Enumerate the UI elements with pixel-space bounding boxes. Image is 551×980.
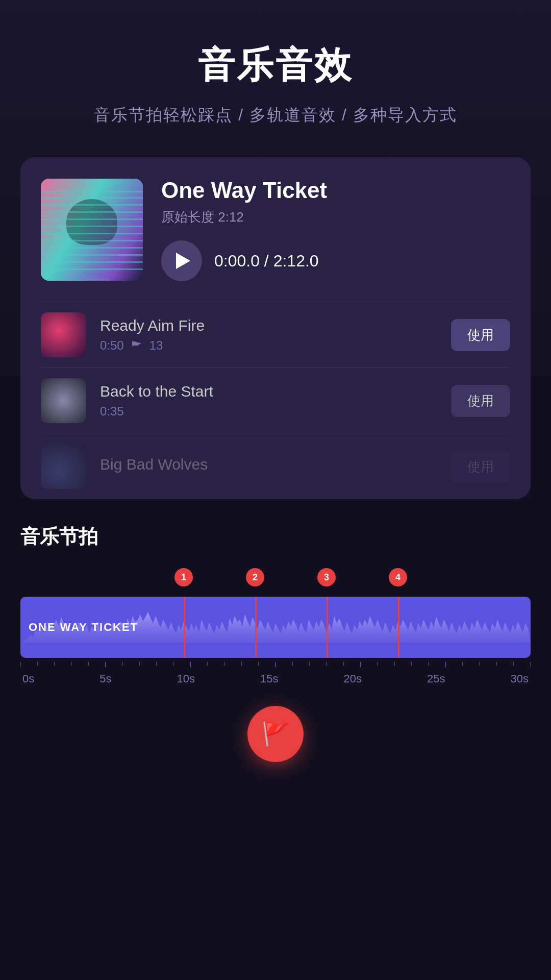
flag-icon-1 xyxy=(132,341,141,350)
waveform-container[interactable]: 1 2 3 4 ONE WAY TICKET xyxy=(20,568,531,685)
timeline-label-15s: 15s xyxy=(260,672,278,685)
beat-markers-row: 1 2 3 4 xyxy=(20,568,531,597)
track-thumbnail-2 xyxy=(41,378,86,423)
beat-section: 音乐节拍 1 2 3 4 xyxy=(20,524,531,782)
track-list: Ready Aim Fire 0:50 13 使用 Back to the St… xyxy=(41,302,510,499)
track-meta-2: Back to the Start 0:35 xyxy=(100,383,437,419)
timeline-ticks-svg xyxy=(20,662,531,670)
use-button-2[interactable]: 使用 xyxy=(451,385,510,417)
face-lines-decoration xyxy=(41,179,143,281)
track-meta-3: Big Bad Wolves xyxy=(100,456,437,477)
timeline: 0s 5s 10s 15s 20s 25s 30s xyxy=(20,662,531,685)
timeline-labels: 0s 5s 10s 15s 20s 25s 30s xyxy=(22,672,529,685)
album-art-image xyxy=(41,179,143,281)
beat-marker-dot-4: 4 xyxy=(389,568,407,586)
timeline-label-20s: 20s xyxy=(343,672,361,685)
main-page: 音乐音效 音乐节拍轻松踩点 / 多轨道音效 / 多种导入方式 xyxy=(0,0,551,980)
timeline-label-30s: 30s xyxy=(510,672,528,685)
use-button-3[interactable]: 使用 xyxy=(451,451,510,483)
beat-marker-1[interactable]: 1 xyxy=(174,568,193,586)
tick-row xyxy=(20,662,531,670)
track-info: One Way Ticket 原始长度 2:12 0:00.0 / 2:12.0 xyxy=(161,178,510,281)
flag-button-icon: 🚩 xyxy=(262,721,290,747)
track-item-2: Back to the Start 0:35 使用 xyxy=(41,368,510,433)
waveform-label: ONE WAY TICKET xyxy=(29,621,138,634)
timeline-label-25s: 25s xyxy=(427,672,445,685)
beat-line-4 xyxy=(398,597,399,658)
beat-marker-dot-3: 3 xyxy=(317,568,336,586)
track-duration-label: 原始长度 2:12 xyxy=(161,208,510,226)
page-title: 音乐音效 xyxy=(198,41,353,90)
track-name-1: Ready Aim Fire xyxy=(100,317,437,334)
beat-marker-dot-1: 1 xyxy=(174,568,193,586)
track-name-3: Big Bad Wolves xyxy=(100,456,437,473)
track-flag-count-1: 13 xyxy=(149,338,163,353)
total-time: 2:12.0 xyxy=(273,252,319,270)
track-meta-1: Ready Aim Fire 0:50 13 xyxy=(100,317,437,353)
track-item-3: Big Bad Wolves 使用 xyxy=(41,433,510,499)
beat-marker-dot-2: 2 xyxy=(246,568,264,586)
track-thumbnail-1 xyxy=(41,312,86,357)
current-time: 0:00.0 xyxy=(214,252,260,270)
album-art xyxy=(41,179,143,281)
play-button[interactable] xyxy=(161,240,202,281)
play-icon xyxy=(176,253,190,269)
beat-line-2 xyxy=(255,597,257,658)
waveform-track[interactable]: ONE WAY TICKET xyxy=(20,597,531,658)
now-playing-section: One Way Ticket 原始长度 2:12 0:00.0 / 2:12.0 xyxy=(41,178,510,281)
beat-line-1 xyxy=(184,597,185,658)
page-subtitle: 音乐节拍轻松踩点 / 多轨道音效 / 多种导入方式 xyxy=(94,104,457,127)
beat-marker-4[interactable]: 4 xyxy=(389,568,407,586)
player-controls: 0:00.0 / 2:12.0 xyxy=(161,240,510,281)
timeline-label-0s: 0s xyxy=(22,672,34,685)
track-item: Ready Aim Fire 0:50 13 使用 xyxy=(41,302,510,368)
track-info-row-1: 0:50 13 xyxy=(100,338,437,353)
beat-marker-3[interactable]: 3 xyxy=(317,568,336,586)
time-separator: / xyxy=(260,252,273,270)
timeline-label-10s: 10s xyxy=(177,672,195,685)
track-duration-1: 0:50 xyxy=(100,338,124,353)
track-title: One Way Ticket xyxy=(161,178,510,203)
flag-button-container: 🚩 xyxy=(20,706,531,762)
use-button-1[interactable]: 使用 xyxy=(451,319,510,351)
track-info-row-2: 0:35 xyxy=(100,404,437,419)
beat-marker-2[interactable]: 2 xyxy=(246,568,264,586)
timeline-label-5s: 5s xyxy=(99,672,111,685)
beat-line-3 xyxy=(327,597,328,658)
track-name-2: Back to the Start xyxy=(100,383,437,400)
time-display: 0:00.0 / 2:12.0 xyxy=(214,252,319,271)
track-thumbnail-3 xyxy=(41,444,86,489)
flag-button[interactable]: 🚩 xyxy=(247,706,304,762)
beat-section-title: 音乐节拍 xyxy=(20,524,531,550)
track-duration-2: 0:35 xyxy=(100,404,124,419)
music-card: One Way Ticket 原始长度 2:12 0:00.0 / 2:12.0 xyxy=(20,157,531,499)
